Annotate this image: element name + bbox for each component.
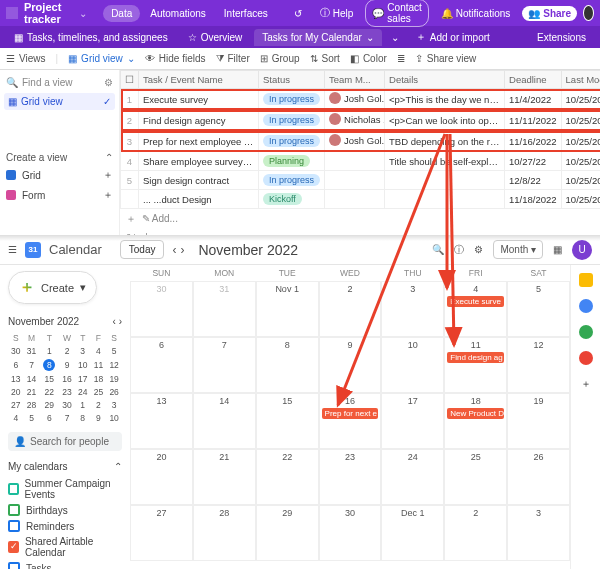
tasks-icon[interactable] [579,299,593,313]
share-button[interactable]: 👥 Share [522,6,577,21]
keep-icon[interactable] [579,273,593,287]
apps-icon[interactable]: ▦ [553,244,562,255]
col-4[interactable]: Details [385,71,505,89]
col-0[interactable]: ☐ [121,71,139,89]
create-view-label[interactable]: Create a view⌃ [4,150,115,165]
table-tab-1[interactable]: ☆ Overview [180,29,251,46]
view-selector[interactable]: Month ▾ [493,240,543,259]
calendar-toggle[interactable]: Summer Campaign Events [8,476,122,502]
minical-next[interactable]: › [119,316,122,327]
extensions-button[interactable]: Extensions [529,29,594,46]
day-cell[interactable]: 16Prep for next e [319,393,382,449]
calendar-event[interactable]: Find design ag [447,352,504,363]
table-row[interactable]: ... ...duct Design Kickoff 11/18/2022 10… [121,190,601,209]
col-3[interactable]: Team M... [325,71,385,89]
search-people-input[interactable]: 👤Search for people [8,432,122,451]
day-cell[interactable]: 29 [256,505,319,561]
sort-button[interactable]: ⇅ Sort [310,53,340,64]
day-cell[interactable]: 22 [256,449,319,505]
table-tab-0[interactable]: ▦ Tasks, timelines, and assignees [6,29,176,46]
day-cell[interactable]: 3 [507,505,570,561]
row-height-icon[interactable]: ≣ [397,53,405,64]
day-cell[interactable]: 2 [319,281,382,337]
notifications-button[interactable]: 🔔 Notifications [435,6,516,21]
gcal-avatar[interactable]: U [572,240,592,260]
day-cell[interactable]: 20 [130,449,193,505]
create-grid[interactable]: Grid＋ [4,165,115,185]
views-toggle[interactable]: ☰ Views [6,53,46,64]
calendar-toggle[interactable]: Reminders [8,518,122,534]
day-cell[interactable]: 11Find design ag [444,337,507,393]
day-cell[interactable]: 31 [193,281,256,337]
col-2[interactable]: Status [259,71,325,89]
table-row[interactable]: 4 Share employee survey comms Planning T… [121,152,601,171]
day-cell[interactable]: 10 [381,337,444,393]
prev-month[interactable]: ‹ [172,243,176,257]
day-cell[interactable]: 12 [507,337,570,393]
col-5[interactable]: Deadline [505,71,562,89]
menu-icon[interactable]: ☰ [8,244,17,255]
calendar-toggle[interactable]: Birthdays [8,502,122,518]
day-cell[interactable]: 6 [130,337,193,393]
table-row[interactable]: 3 Prep for next employee survey In progr… [121,131,601,152]
help-button[interactable]: ⓘ Help [314,4,360,22]
calendar-toggle[interactable]: Shared Airtable Calendar [8,534,122,560]
col-6[interactable]: Last Modified T [561,71,600,89]
add-row[interactable]: ＋ ✎ Add... [120,209,600,229]
find-view-input[interactable]: 🔍Find a view⚙ [4,74,115,91]
create-form[interactable]: Form＋ [4,185,115,205]
table-row[interactable]: 5 Sign design contract In progress 12/8/… [121,171,601,190]
day-cell[interactable]: 5 [507,281,570,337]
calendar-event[interactable]: New Product D [447,408,504,419]
day-cell[interactable]: 19 [507,393,570,449]
day-cell[interactable]: 30 [130,281,193,337]
calendar-event[interactable]: Prep for next e [322,408,379,419]
shareview-button[interactable]: ⇪ Share view [415,53,476,64]
calendar-grid[interactable]: SUNMONTUEWEDTHUFRISAT 3031Nov 1234Execut… [130,265,570,569]
airtable-grid[interactable]: ☐Task / Event NameStatusTeam M...Details… [120,70,600,235]
chevron-down-icon[interactable]: ⌄ [79,8,87,19]
add-table-button[interactable]: ⌄ [386,32,404,43]
color-button[interactable]: ◧ Color [350,53,387,64]
day-cell[interactable]: 7 [193,337,256,393]
settings-icon[interactable]: ⚙ [474,244,483,255]
add-import-button[interactable]: ＋ Add or import [408,27,498,47]
day-cell[interactable]: 4Execute surve [444,281,507,337]
my-calendars-label[interactable]: My calendars⌃ [8,461,122,472]
day-cell[interactable]: 28 [193,505,256,561]
user-avatar[interactable] [583,5,594,21]
maps-icon[interactable] [579,351,593,365]
day-cell[interactable]: 8 [256,337,319,393]
day-cell[interactable]: Nov 1 [256,281,319,337]
tab-interfaces[interactable]: Interfaces [216,5,276,22]
create-button[interactable]: ＋Create ▾ [8,271,97,304]
day-cell[interactable]: 24 [381,449,444,505]
help-icon[interactable]: ⓘ [454,243,464,257]
day-cell[interactable]: 3 [381,281,444,337]
day-cell[interactable]: 30 [319,505,382,561]
day-cell[interactable]: 26 [507,449,570,505]
today-button[interactable]: Today [120,240,165,259]
table-row[interactable]: 2 Find design agency In progress Nichola… [121,110,601,131]
table-row[interactable]: 1 Execute survey In progress Josh Gol...… [121,89,601,110]
contact-sales-button[interactable]: 💬 Contact sales [365,0,428,27]
chevron-down-icon[interactable]: ⌄ [366,32,374,43]
day-cell[interactable]: 23 [319,449,382,505]
contacts-icon[interactable] [579,325,593,339]
day-cell[interactable]: 15 [256,393,319,449]
day-cell[interactable]: 17 [381,393,444,449]
sidebar-gridview[interactable]: ▦ Grid view✓ [4,93,115,110]
search-icon[interactable]: 🔍 [432,244,444,255]
day-cell[interactable]: 21 [193,449,256,505]
day-cell[interactable]: 18New Product D [444,393,507,449]
day-cell[interactable]: 13 [130,393,193,449]
gridview-chip[interactable]: ▦ Grid view ⌄ [68,53,135,64]
hide-fields[interactable]: 👁 Hide fields [145,53,206,64]
calendar-event[interactable]: Execute surve [447,296,504,307]
day-cell[interactable]: 14 [193,393,256,449]
filter-button[interactable]: ⧩ Filter [216,53,250,65]
table-tab-2[interactable]: Tasks for My Calendar ⌄ [254,29,381,46]
day-cell[interactable]: 2 [444,505,507,561]
mini-calendar[interactable]: SMTWTFS303112345678910111213141516171819… [8,331,122,424]
next-month[interactable]: › [180,243,184,257]
